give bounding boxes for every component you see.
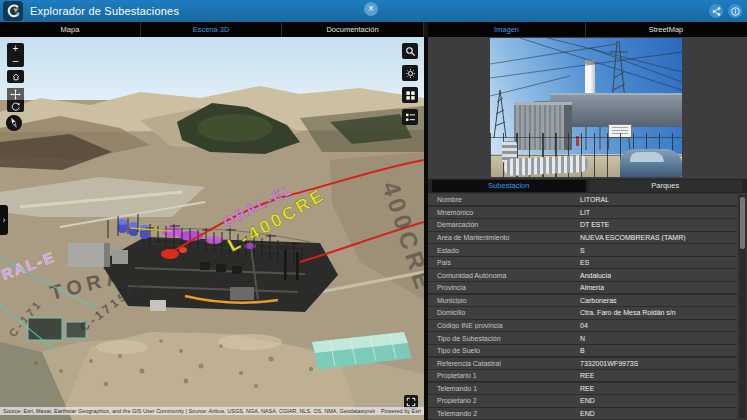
table-row[interactable]: Mnemónico LIT (428, 207, 737, 218)
table-row[interactable]: Provincia Almería (428, 282, 737, 293)
attribute-value: NUEVA ESCOMBRERAS (TAMR) (580, 234, 686, 241)
attribute-label: Provincia (428, 284, 580, 291)
attribute-label: Telemando 1 (428, 385, 580, 392)
photo-car (620, 149, 682, 177)
zoom-out-button[interactable]: – (7, 55, 24, 67)
home-icon (11, 72, 21, 82)
panel-expander[interactable]: › (0, 205, 8, 235)
home-button[interactable] (7, 70, 24, 83)
search-icon (405, 46, 416, 57)
attribute-label: Nombre (428, 196, 580, 203)
zoom-widget: + – (7, 43, 24, 67)
legend-button[interactable] (402, 109, 418, 125)
tab-imagen[interactable]: Imagen (428, 22, 586, 37)
attribute-label: Tipo de Subestación (428, 335, 580, 342)
attribute-value: REE (580, 372, 594, 379)
attribute-value: Ctra. Faro de Mesa Roldán s/n (580, 309, 676, 316)
table-row[interactable]: Telemando 2 END (428, 408, 737, 419)
attribute-label: Propietario 1 (428, 372, 580, 379)
attribute-value: LIT (580, 209, 590, 216)
attribute-value: 7332001WF9973S (580, 360, 638, 367)
substation-photo[interactable] (490, 38, 682, 177)
attribute-value: Andalucía (580, 272, 611, 279)
attribute-value: B (580, 347, 585, 354)
attribute-value: N (580, 335, 585, 342)
tab-escena-3d[interactable]: Escena 3D (141, 22, 282, 37)
attribute-label: Domicilio (428, 309, 580, 316)
table-row[interactable]: Tipo de Subestación N (428, 332, 737, 343)
compass-icon[interactable] (6, 115, 22, 131)
attribution-sources: Source: Esri, Maxar, Earthstar Geographi… (3, 408, 375, 414)
table-scrollbar[interactable] (739, 195, 746, 419)
attribute-value: LITORAL (580, 196, 609, 203)
detail-panel: Subestacion Parques Nombre LITORAL Mnemó… (428, 37, 747, 420)
attribute-value: 04 (580, 322, 588, 329)
attribute-label: Tipo de Suelo (428, 347, 580, 354)
scene-3d-view[interactable]: L-400CRE ORAL-EL 400CRE TORAL C-1715FA C… (0, 37, 424, 420)
basemap-gallery-button[interactable] (402, 87, 418, 103)
attribute-label: Código INE provincia (428, 322, 580, 329)
attribute-value: Almería (580, 284, 604, 291)
daylight-button[interactable] (402, 65, 418, 81)
daylight-icon (405, 68, 416, 79)
attribute-value: END (580, 410, 595, 417)
scrollbar-thumb[interactable] (740, 197, 745, 249)
attribute-value: ES (580, 259, 589, 266)
pan-button[interactable] (7, 88, 24, 100)
info-icon[interactable] (728, 4, 742, 18)
attribute-label: Referencia Catastral (428, 360, 580, 367)
attribute-value: Carboneras (580, 297, 617, 304)
attribute-value: S (580, 247, 585, 254)
table-row[interactable]: Area de Mantenimiento NUEVA ESCOMBRERAS … (428, 232, 737, 243)
table-row[interactable]: Referencia Catastral 7332001WF9973S (428, 358, 737, 369)
basemap-gallery-icon (405, 90, 416, 101)
tab-mapa[interactable]: Mapa (0, 22, 141, 37)
page-title: Explorador de Subestaciones (30, 5, 179, 17)
attribute-label: País (428, 259, 580, 266)
table-row[interactable]: Propietario 2 END (428, 395, 737, 406)
attribute-value: REE (580, 385, 594, 392)
attribute-label: Estado (428, 247, 580, 254)
app-window: Explorador de Subestaciones × Mapa Escen… (0, 0, 747, 420)
rotate-button[interactable] (7, 100, 24, 112)
table-row[interactable]: Comunidad Autónoma Andalucía (428, 269, 737, 280)
attribute-label: Mnemónico (428, 209, 580, 216)
attribute-label: Telemando 2 (428, 410, 580, 417)
table-row[interactable]: Código INE provincia 04 (428, 320, 737, 331)
table-row[interactable]: Tipo de Suelo B (428, 345, 737, 356)
table-row[interactable]: Domicilio Ctra. Faro de Mesa Roldán s/n (428, 307, 737, 318)
tab-bar: Mapa Escena 3D Documentación Imagen Stre… (0, 22, 747, 37)
map-attribution: Source: Esri, Maxar, Earthstar Geographi… (0, 407, 424, 415)
zoom-in-button[interactable]: + (7, 43, 24, 55)
attribute-label: Propietario 2 (428, 397, 580, 404)
legend-icon (405, 112, 416, 123)
attribute-value: END (580, 397, 595, 404)
attribute-label: Comunidad Autónoma (428, 272, 580, 279)
detail-tab-bar: Subestacion Parques (428, 179, 747, 193)
tab-subestacion[interactable]: Subestacion (432, 180, 586, 192)
table-row[interactable]: Telemando 1 REE (428, 383, 737, 394)
terrain-render: L-400CRE ORAL-EL 400CRE TORAL C-1715FA C… (0, 37, 424, 420)
attribute-label: Municipio (428, 297, 580, 304)
table-row[interactable]: Propietario 1 REE (428, 370, 737, 381)
table-row[interactable]: Demarcación DT ESTE (428, 219, 737, 230)
photo-viewer (428, 37, 747, 178)
table-row[interactable]: Nombre LITORAL (428, 194, 737, 205)
share-icon[interactable] (709, 4, 723, 18)
fullscreen-icon (406, 397, 416, 407)
table-row[interactable]: País ES (428, 257, 737, 268)
attribute-label: Demarcación (428, 221, 580, 228)
app-logo-icon (3, 1, 23, 21)
tab-streetmap[interactable]: StreetMap (586, 22, 746, 37)
app-header: Explorador de Subestaciones × (0, 0, 747, 22)
tab-parques[interactable]: Parques (589, 180, 743, 192)
table-row[interactable]: Estado S (428, 244, 737, 255)
table-row[interactable]: Municipio Carboneras (428, 295, 737, 306)
attribute-table: Nombre LITORAL Mnemónico LIT Demarcación… (428, 194, 737, 420)
close-icon[interactable]: × (364, 2, 378, 16)
rotate-icon (10, 101, 21, 112)
powered-by-esri[interactable]: Powered by Esri (375, 408, 421, 414)
search-button[interactable] (402, 43, 418, 59)
tab-documentacion[interactable]: Documentación (282, 22, 424, 37)
attribute-value: DT ESTE (580, 221, 609, 228)
